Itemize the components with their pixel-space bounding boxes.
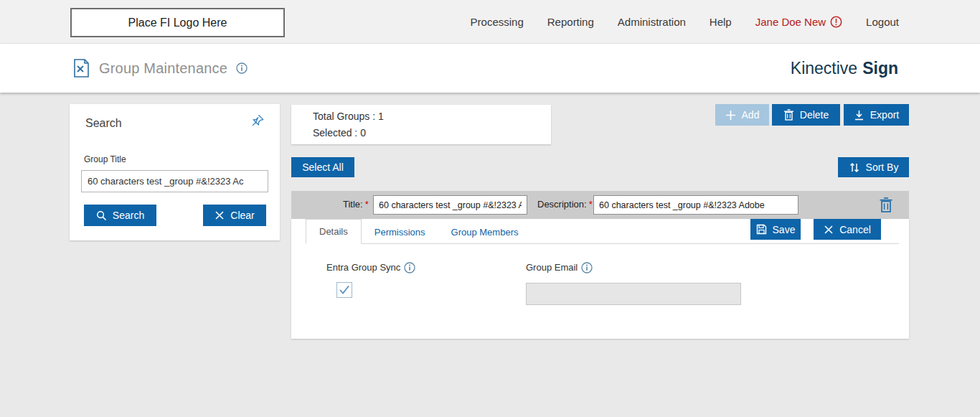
nav-reporting[interactable]: Reporting (547, 16, 594, 28)
top-bar: Place FI Logo Here Processing Reporting … (0, 0, 980, 44)
page-header: Group Maintenance Kinective Sign (0, 44, 980, 93)
select-all-button[interactable]: Select All (291, 157, 354, 177)
group-maintenance-icon (72, 58, 90, 78)
checkmark-icon (339, 285, 350, 295)
brand-second: Sign (862, 59, 898, 78)
cancel-button-label: Cancel (839, 224, 871, 235)
clear-x-icon (215, 210, 225, 220)
nav-help[interactable]: Help (710, 16, 732, 28)
group-description-edit-input[interactable] (593, 195, 798, 215)
entra-group-sync-label-wrap: Entra Group Sync (326, 262, 415, 273)
group-title-edit-input[interactable] (373, 195, 527, 215)
top-navigation: Processing Reporting Administration Help… (471, 0, 899, 44)
search-panel-title: Search (85, 117, 122, 130)
sort-icon (849, 162, 860, 173)
entra-group-sync-label: Entra Group Sync (326, 262, 400, 273)
nav-user-menu[interactable]: Jane Doe New (755, 16, 842, 28)
select-all-label: Select All (302, 161, 344, 173)
nav-logout[interactable]: Logout (866, 16, 899, 28)
group-title-input[interactable] (81, 170, 268, 192)
fi-logo-text: Place FI Logo Here (128, 17, 227, 29)
summary-panel: Total Groups : 1 Selected : 0 (291, 105, 551, 144)
entra-group-sync-checkbox[interactable] (336, 282, 352, 298)
search-panel: Search Group Title Search Clear (70, 104, 280, 240)
export-button-label: Export (870, 109, 899, 121)
cancel-x-icon (824, 225, 834, 235)
save-button-label: Save (773, 224, 796, 235)
group-editor-panel: Details Permissions Group Members Save C… (291, 219, 909, 339)
add-button-label: Add (742, 109, 760, 121)
trash-icon (783, 109, 794, 121)
total-groups-count: Total Groups : 1 (313, 111, 384, 122)
save-button[interactable]: Save (750, 219, 801, 240)
delete-button-label: Delete (800, 109, 829, 121)
group-title-label: Group Title (84, 154, 126, 164)
delete-button[interactable]: Delete (772, 104, 840, 126)
brand-first: Kinective (791, 59, 857, 78)
entra-group-sync-info-icon[interactable] (404, 262, 415, 273)
search-icon (96, 210, 107, 221)
page-title-info-icon[interactable] (236, 62, 248, 74)
save-floppy-icon (756, 224, 767, 235)
tab-permissions[interactable]: Permissions (362, 220, 438, 244)
title-field-label: Title: (343, 199, 363, 210)
clear-button[interactable]: Clear (203, 205, 266, 226)
user-alert-icon (830, 16, 842, 28)
group-email-input[interactable] (526, 283, 741, 305)
nav-processing[interactable]: Processing (471, 16, 524, 28)
row-delete-trash-icon[interactable] (879, 197, 895, 214)
group-email-label-wrap: Group Email (526, 262, 593, 273)
user-name-label: Jane Doe New (755, 16, 826, 28)
nav-administration[interactable]: Administration (618, 16, 686, 28)
export-button[interactable]: Export (844, 104, 909, 126)
plus-icon (725, 110, 736, 121)
search-button[interactable]: Search (84, 205, 156, 226)
group-email-label: Group Email (526, 262, 578, 273)
sort-by-label: Sort By (866, 161, 899, 173)
fi-logo-placeholder[interactable]: Place FI Logo Here (70, 8, 285, 37)
page-title: Group Maintenance (99, 60, 227, 77)
sort-by-button[interactable]: Sort By (838, 157, 909, 177)
tab-group-members[interactable]: Group Members (438, 220, 532, 244)
description-required-marker: * (589, 199, 593, 210)
search-button-label: Search (113, 210, 144, 221)
clear-button-label: Clear (230, 210, 254, 221)
description-field-label: Description: (537, 199, 587, 210)
cancel-button[interactable]: Cancel (814, 219, 881, 240)
group-row-header: Title: * Description: * (291, 191, 909, 219)
pin-icon[interactable] (250, 113, 265, 128)
tab-strip: Details Permissions Group Members (306, 219, 899, 244)
group-email-info-icon[interactable] (581, 262, 593, 273)
add-button[interactable]: Add (715, 104, 769, 126)
tab-details[interactable]: Details (306, 219, 362, 244)
download-icon (854, 110, 864, 121)
title-required-marker: * (365, 199, 369, 210)
selected-count: Selected : 0 (313, 127, 366, 139)
brand-logo: Kinective Sign (791, 44, 898, 93)
